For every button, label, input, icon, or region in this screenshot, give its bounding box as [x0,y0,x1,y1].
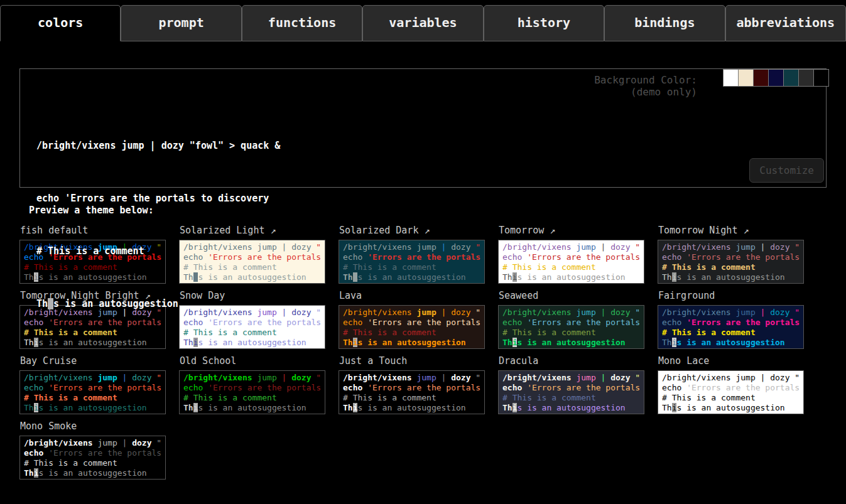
background-swatch-0[interactable] [723,69,739,87]
theme-card: Just a Touch/bright/vixens jump | dozy "… [339,355,485,414]
preview-comment-line: # This is a comment [24,393,161,403]
theme-title[interactable]: Bay Cruise [20,355,166,367]
cursor-block: i [48,298,53,309]
tab-functions[interactable]: functions [242,5,362,41]
theme-title[interactable]: Old School [180,355,325,367]
preview-comment-line: # This is a comment [183,393,321,403]
background-color-label: Background Color: (demo only) [594,74,697,98]
theme-preview[interactable]: /bright/vixens jump | dozy "fowl" > quac… [19,370,166,414]
tab-colors[interactable]: colors [0,5,121,41]
typed-text: Th [36,298,48,309]
tab-bindings[interactable]: bindings [604,5,725,41]
theme-preview[interactable]: /bright/vixens jump | dozy "fowl" > quac… [179,370,325,414]
background-color-label-line2: (demo only) [594,86,697,98]
theme-title[interactable]: Just a Touch [339,355,485,367]
theme-card: Dracula/bright/vixens jump | dozy "fowl"… [498,355,644,414]
background-swatch-6[interactable] [813,69,829,87]
preview-command-line: /bright/vixens jump | dozy "fowl" > quac… [662,373,800,383]
theme-preview[interactable]: /bright/vixens jump | dozy "fowl" > quac… [19,436,166,480]
tab-variables[interactable]: variables [362,5,483,41]
theme-title[interactable]: Mono Lace [658,355,804,367]
preview-command-line: /bright/vixens jump | dozy "fowl" > quac… [502,373,640,383]
background-swatch-3[interactable] [768,69,784,87]
preview-quote-line: echo 'Errors are the portals to discover… [183,383,321,393]
terminal-text: /bright/vixens jump | dozy "fowl" > quac… [36,102,826,348]
preview-command-line: /bright/vixens jump | dozy "fowl" > quac… [343,373,480,383]
autosuggestion-line: This is an autosuggestion [36,295,826,313]
theme-title[interactable]: Mono Smoke [20,421,166,432]
tab-prompt[interactable]: prompt [121,5,241,41]
autosuggestion-text: s is an autosuggestion [53,298,178,309]
background-swatch-2[interactable] [753,69,769,87]
preview-quote-line: echo 'Errors are the portals to discover… [502,383,640,393]
preview-command-line: /bright/vixens jump | dozy "fowl" > quac… [24,438,161,448]
command-line: /bright/vixens jump | dozy "fowl" > quac… [36,137,826,154]
background-swatch-4[interactable] [783,69,799,87]
theme-preview[interactable]: /bright/vixens jump | dozy "fowl" > quac… [339,370,485,414]
tab-history[interactable]: history [484,5,604,41]
preview-autosuggestion-line: This is an autosuggestion [662,403,800,413]
preview-comment-line: # This is a comment [662,393,800,403]
theme-preview[interactable]: /bright/vixens jump | dozy "fowl" > quac… [658,370,804,414]
preview-comment-line: # This is a comment [343,393,480,403]
preview-command-line: /bright/vixens jump | dozy "fowl" > quac… [183,373,321,383]
preview-autosuggestion-line: This is an autosuggestion [502,403,640,413]
background-color-label-line1: Background Color: [594,74,697,86]
tab-abbreviations[interactable]: abbreviations [725,5,846,41]
background-swatch-5[interactable] [798,69,814,87]
theme-card: Bay Cruise/bright/vixens jump | dozy "fo… [19,355,166,414]
tab-bar: colorspromptfunctionsvariableshistorybin… [0,0,846,41]
theme-card: Old School/bright/vixens jump | dozy "fo… [179,355,325,414]
preview-quote-line: echo 'Errors are the portals to discover… [24,448,161,458]
preview-comment-line: # This is a comment [502,393,640,403]
theme-title[interactable]: Dracula [499,355,644,367]
terminal-preview: Background Color: (demo only) /bright/vi… [19,68,827,188]
preview-quote-line: echo 'Errors are the portals to discover… [24,383,161,393]
background-swatches [724,69,829,87]
preview-autosuggestion-line: This is an autosuggestion [24,468,161,478]
preview-autosuggestion-line: This is an autosuggestion [343,403,480,413]
preview-command-line: /bright/vixens jump | dozy "fowl" > quac… [24,373,161,383]
preview-quote-line: echo 'Errors are the portals to discover… [662,383,800,393]
customize-button[interactable]: Customize [749,158,824,183]
theme-preview[interactable]: /bright/vixens jump | dozy "fowl" > quac… [498,370,644,414]
preview-autosuggestion-line: This is an autosuggestion [24,403,161,413]
background-swatch-1[interactable] [738,69,754,87]
preview-autosuggestion-line: This is an autosuggestion [183,403,321,413]
preview-quote-line: echo 'Errors are the portals to discover… [343,383,480,393]
theme-card: Mono Smoke/bright/vixens jump | dozy "fo… [19,421,166,480]
comment-line: # This is a comment [36,242,826,260]
preview-comment-line: # This is a comment [24,458,161,468]
theme-card: Mono Lace/bright/vixens jump | dozy "fow… [658,355,804,414]
quote-line: echo 'Errors are the portals to discover… [36,190,826,207]
